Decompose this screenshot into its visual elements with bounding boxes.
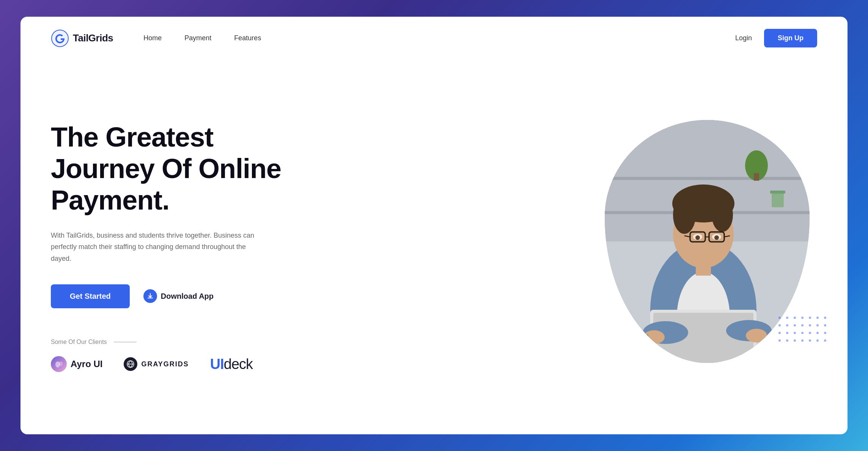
nav-right: Login Sign Up xyxy=(735,29,817,47)
svg-point-18 xyxy=(673,196,696,234)
nav-links: Home Payment Features xyxy=(143,34,735,42)
svg-rect-36 xyxy=(627,336,646,357)
signup-button[interactable]: Sign Up xyxy=(764,29,817,47)
hero-image-area xyxy=(605,120,817,367)
nav-payment[interactable]: Payment xyxy=(184,34,211,42)
svg-point-35 xyxy=(746,329,767,342)
hero-title: The Greatest Journey Of Online Payment. xyxy=(51,121,316,216)
login-button[interactable]: Login xyxy=(735,34,752,42)
svg-point-28 xyxy=(714,235,719,240)
svg-rect-12 xyxy=(770,191,785,194)
nav-home[interactable]: Home xyxy=(143,34,162,42)
uideck-logo: UIdeck xyxy=(210,356,253,372)
graygrids-text: GRAYGRIDS xyxy=(141,360,189,368)
ayro-icon xyxy=(51,356,67,372)
graygrids-logo: GRAYGRIDS xyxy=(124,357,189,371)
dot-grid-decoration xyxy=(778,317,829,344)
logo-icon xyxy=(51,29,69,47)
clients-divider xyxy=(114,342,137,342)
main-card: TailGrids Home Payment Features Login Si… xyxy=(20,17,848,434)
svg-point-34 xyxy=(643,330,665,344)
uideck-text: UIdeck xyxy=(210,356,253,372)
hero-content: The Greatest Journey Of Online Payment. … xyxy=(51,114,316,372)
svg-rect-10 xyxy=(754,173,759,181)
client-logos: Ayro UI GRAYGRIDS xyxy=(51,356,316,372)
svg-point-3 xyxy=(59,361,63,366)
svg-point-19 xyxy=(712,198,733,232)
ayro-logo: Ayro UI xyxy=(51,356,102,372)
clients-section: Some Of Our Clients xyxy=(51,339,316,372)
svg-rect-7 xyxy=(605,177,810,180)
get-started-button[interactable]: Get Started xyxy=(51,284,130,308)
hero-actions: Get Started Download App xyxy=(51,284,316,308)
ayro-text: Ayro UI xyxy=(71,359,102,369)
graygrids-icon xyxy=(124,357,137,371)
hero-section: The Greatest Journey Of Online Payment. … xyxy=(20,60,848,434)
logo[interactable]: TailGrids xyxy=(51,29,113,47)
svg-rect-37 xyxy=(626,334,648,339)
svg-point-0 xyxy=(52,30,68,47)
svg-point-27 xyxy=(695,235,700,240)
nav-features[interactable]: Features xyxy=(234,34,261,42)
download-icon xyxy=(143,289,157,303)
logo-text: TailGrids xyxy=(73,32,113,44)
clients-label-row: Some Of Our Clients xyxy=(51,339,316,345)
navbar: TailGrids Home Payment Features Login Si… xyxy=(20,17,848,60)
download-app-label: Download App xyxy=(161,292,214,301)
clients-label: Some Of Our Clients xyxy=(51,339,107,345)
svg-rect-11 xyxy=(772,192,784,207)
download-app-button[interactable]: Download App xyxy=(143,289,214,303)
hero-description: With TailGrids, business and students th… xyxy=(51,230,256,265)
